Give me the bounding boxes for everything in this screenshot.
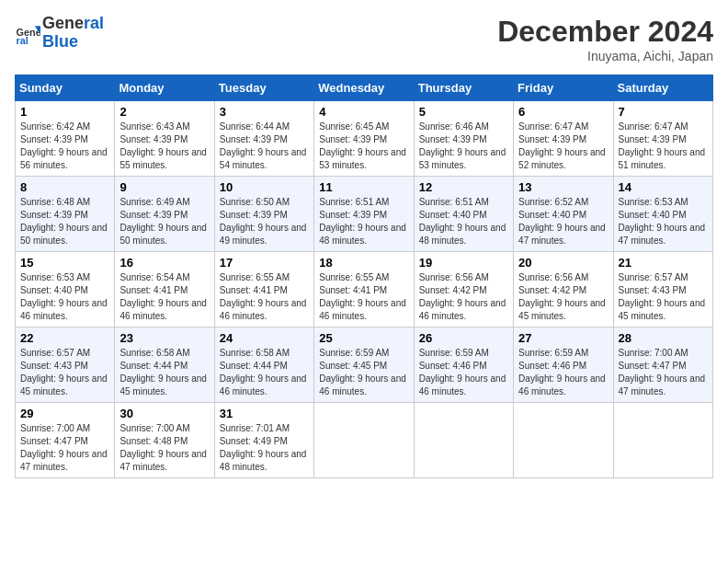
calendar-cell: 16Sunrise: 6:54 AMSunset: 4:41 PMDayligh… (115, 252, 214, 327)
day-info: Sunrise: 6:42 AMSunset: 4:39 PMDaylight:… (20, 121, 109, 172)
calendar-cell: 12Sunrise: 6:51 AMSunset: 4:40 PMDayligh… (414, 177, 513, 252)
logo: Gene ral General Blue (15, 15, 104, 52)
column-header-monday: Monday (115, 75, 214, 101)
day-info: Sunrise: 6:52 AMSunset: 4:40 PMDaylight:… (518, 196, 608, 247)
calendar-cell: 7Sunrise: 6:47 AMSunset: 4:39 PMDaylight… (613, 101, 712, 177)
calendar-cell: 18Sunrise: 6:55 AMSunset: 4:41 PMDayligh… (314, 252, 414, 327)
day-info: Sunrise: 6:51 AMSunset: 4:40 PMDaylight:… (419, 196, 508, 247)
day-info: Sunrise: 6:57 AMSunset: 4:43 PMDaylight:… (619, 271, 708, 323)
calendar-cell: 17Sunrise: 6:55 AMSunset: 4:41 PMDayligh… (214, 252, 313, 327)
day-info: Sunrise: 6:53 AMSunset: 4:40 PMDaylight:… (619, 196, 708, 247)
day-info: Sunrise: 6:47 AMSunset: 4:39 PMDaylight:… (619, 121, 708, 172)
calendar-cell: 27Sunrise: 6:59 AMSunset: 4:46 PMDayligh… (514, 327, 613, 403)
day-number: 2 (119, 105, 209, 119)
day-number: 3 (220, 105, 309, 119)
calendar-cell: 10Sunrise: 6:50 AMSunset: 4:39 PMDayligh… (214, 177, 313, 252)
day-info: Sunrise: 6:46 AMSunset: 4:39 PMDaylight:… (419, 121, 508, 172)
day-info: Sunrise: 6:57 AMSunset: 4:43 PMDaylight:… (20, 347, 109, 398)
day-info: Sunrise: 6:49 AMSunset: 4:39 PMDaylight:… (119, 196, 209, 247)
day-info: Sunrise: 7:00 AMSunset: 4:48 PMDaylight:… (119, 422, 209, 474)
day-number: 14 (619, 180, 708, 194)
day-info: Sunrise: 7:00 AMSunset: 4:47 PMDaylight:… (20, 422, 109, 474)
day-info: Sunrise: 6:55 AMSunset: 4:41 PMDaylight:… (319, 271, 408, 323)
day-info: Sunrise: 6:58 AMSunset: 4:44 PMDaylight:… (119, 347, 209, 398)
day-number: 12 (419, 180, 508, 194)
day-info: Sunrise: 6:51 AMSunset: 4:39 PMDaylight:… (319, 196, 408, 247)
day-info: Sunrise: 6:47 AMSunset: 4:39 PMDaylight:… (518, 121, 608, 172)
calendar-cell (414, 403, 513, 478)
day-info: Sunrise: 6:59 AMSunset: 4:46 PMDaylight:… (419, 347, 508, 398)
calendar-cell: 25Sunrise: 6:59 AMSunset: 4:45 PMDayligh… (314, 327, 414, 403)
calendar-cell: 13Sunrise: 6:52 AMSunset: 4:40 PMDayligh… (514, 177, 613, 252)
calendar-cell: 24Sunrise: 6:58 AMSunset: 4:44 PMDayligh… (214, 327, 313, 403)
column-header-sunday: Sunday (16, 75, 115, 101)
day-info: Sunrise: 6:58 AMSunset: 4:44 PMDaylight:… (220, 347, 309, 398)
logo-text: General Blue (42, 15, 104, 52)
calendar-cell: 30Sunrise: 7:00 AMSunset: 4:48 PMDayligh… (115, 403, 214, 478)
calendar-cell (314, 403, 414, 478)
title-block: December 2024 Inuyama, Aichi, Japan (497, 15, 713, 63)
column-header-saturday: Saturday (613, 75, 712, 101)
svg-text:ral: ral (17, 35, 28, 46)
calendar-header-row: SundayMondayTuesdayWednesdayThursdayFrid… (16, 75, 713, 101)
calendar-cell: 29Sunrise: 7:00 AMSunset: 4:47 PMDayligh… (16, 403, 115, 478)
day-info: Sunrise: 6:56 AMSunset: 4:42 PMDaylight:… (518, 271, 608, 323)
day-number: 20 (518, 256, 608, 270)
page-header: Gene ral General Blue December 2024 Inuy… (15, 15, 713, 63)
day-number: 4 (319, 105, 408, 119)
calendar-cell: 2Sunrise: 6:43 AMSunset: 4:39 PMDaylight… (115, 101, 214, 177)
day-info: Sunrise: 6:53 AMSunset: 4:40 PMDaylight:… (20, 271, 109, 323)
week-row-1: 1Sunrise: 6:42 AMSunset: 4:39 PMDaylight… (16, 101, 713, 177)
day-info: Sunrise: 6:54 AMSunset: 4:41 PMDaylight:… (119, 271, 209, 323)
day-number: 5 (419, 105, 508, 119)
week-row-3: 15Sunrise: 6:53 AMSunset: 4:40 PMDayligh… (16, 252, 713, 327)
location: Inuyama, Aichi, Japan (497, 49, 713, 63)
calendar-cell: 26Sunrise: 6:59 AMSunset: 4:46 PMDayligh… (414, 327, 513, 403)
calendar-cell: 31Sunrise: 7:01 AMSunset: 4:49 PMDayligh… (214, 403, 313, 478)
day-info: Sunrise: 6:48 AMSunset: 4:39 PMDaylight:… (20, 196, 109, 247)
day-info: Sunrise: 6:44 AMSunset: 4:39 PMDaylight:… (220, 121, 309, 172)
week-row-2: 8Sunrise: 6:48 AMSunset: 4:39 PMDaylight… (16, 177, 713, 252)
day-number: 7 (619, 105, 708, 119)
day-number: 1 (20, 105, 109, 119)
day-info: Sunrise: 6:59 AMSunset: 4:45 PMDaylight:… (319, 347, 408, 398)
column-header-tuesday: Tuesday (214, 75, 313, 101)
day-number: 26 (419, 331, 508, 345)
day-number: 9 (119, 180, 209, 194)
day-info: Sunrise: 7:00 AMSunset: 4:47 PMDaylight:… (619, 347, 708, 398)
week-row-5: 29Sunrise: 7:00 AMSunset: 4:47 PMDayligh… (16, 403, 713, 478)
day-number: 22 (20, 331, 109, 345)
logo-icon: Gene ral (15, 20, 40, 46)
day-number: 21 (619, 256, 708, 270)
day-number: 19 (419, 256, 508, 270)
day-number: 27 (518, 331, 608, 345)
calendar-cell: 5Sunrise: 6:46 AMSunset: 4:39 PMDaylight… (414, 101, 513, 177)
day-number: 30 (119, 407, 209, 420)
calendar-cell: 21Sunrise: 6:57 AMSunset: 4:43 PMDayligh… (613, 252, 712, 327)
calendar-cell: 14Sunrise: 6:53 AMSunset: 4:40 PMDayligh… (613, 177, 712, 252)
day-number: 11 (319, 180, 408, 194)
day-number: 23 (119, 331, 209, 345)
calendar-cell (613, 403, 712, 478)
calendar-cell (514, 403, 613, 478)
column-header-thursday: Thursday (414, 75, 513, 101)
day-number: 6 (518, 105, 608, 119)
calendar-cell: 1Sunrise: 6:42 AMSunset: 4:39 PMDaylight… (16, 101, 115, 177)
calendar-table: SundayMondayTuesdayWednesdayThursdayFrid… (15, 75, 713, 478)
calendar-cell: 8Sunrise: 6:48 AMSunset: 4:39 PMDaylight… (16, 177, 115, 252)
calendar-body: 1Sunrise: 6:42 AMSunset: 4:39 PMDaylight… (16, 101, 713, 478)
column-header-wednesday: Wednesday (314, 75, 414, 101)
day-number: 8 (20, 180, 109, 194)
day-number: 28 (619, 331, 708, 345)
column-header-friday: Friday (514, 75, 613, 101)
day-number: 13 (518, 180, 608, 194)
day-info: Sunrise: 6:59 AMSunset: 4:46 PMDaylight:… (518, 347, 608, 398)
day-number: 31 (220, 407, 309, 420)
calendar-cell: 28Sunrise: 7:00 AMSunset: 4:47 PMDayligh… (613, 327, 712, 403)
calendar-cell: 19Sunrise: 6:56 AMSunset: 4:42 PMDayligh… (414, 252, 513, 327)
day-info: Sunrise: 7:01 AMSunset: 4:49 PMDaylight:… (220, 422, 309, 474)
calendar-cell: 3Sunrise: 6:44 AMSunset: 4:39 PMDaylight… (214, 101, 313, 177)
day-number: 17 (220, 256, 309, 270)
calendar-cell: 20Sunrise: 6:56 AMSunset: 4:42 PMDayligh… (514, 252, 613, 327)
day-info: Sunrise: 6:50 AMSunset: 4:39 PMDaylight:… (220, 196, 309, 247)
